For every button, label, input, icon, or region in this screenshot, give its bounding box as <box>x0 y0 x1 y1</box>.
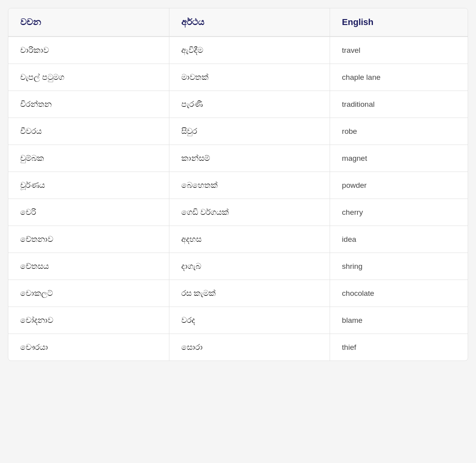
cell-sinhala-meaning: කාන්සම් <box>169 145 330 172</box>
table-row: චිරන්තනපැරණීtraditional <box>8 91 468 118</box>
cell-english: traditional <box>330 91 468 118</box>
cell-sinhala-meaning: රස කැමක් <box>169 280 330 307</box>
cell-sinhala-meaning: අදහස <box>169 226 330 253</box>
cell-sinhala-word: චේතසය <box>8 253 169 280</box>
cell-english: blame <box>330 307 468 334</box>
cell-sinhala-meaning: ඇවිදීම <box>169 37 330 64</box>
cell-sinhala-word: චීවරය <box>8 118 169 145</box>
table-row: චේතසයදාගැබshring <box>8 253 468 280</box>
cell-english: chaple lane <box>330 64 468 91</box>
vocabulary-table: වචන අර්ථය English චාරිකාවඇවිදීමtravelචැප… <box>8 8 468 361</box>
cell-english: cherry <box>330 199 468 226</box>
table-row: චැපල් පටුමගමාවතක්chaple lane <box>8 64 468 91</box>
table-row: චුම්බකකාන්සම්magnet <box>8 145 468 172</box>
table-header-row: වචන අර්ථය English <box>8 8 468 37</box>
header-col3: English <box>330 8 468 37</box>
cell-sinhala-meaning: මාවතක් <box>169 64 330 91</box>
cell-english: travel <box>330 37 468 64</box>
cell-sinhala-word: චිරන්තන <box>8 91 169 118</box>
cell-sinhala-meaning: ගෙඩි වර්ගයක් <box>169 199 330 226</box>
cell-sinhala-word: චෞරයා <box>8 334 169 361</box>
cell-sinhala-word: චැපල් පටුමග <box>8 64 169 91</box>
cell-sinhala-meaning: සොරා <box>169 334 330 361</box>
cell-sinhala-word: චුම්බක <box>8 145 169 172</box>
cell-english: robe <box>330 118 468 145</box>
header-col1: වචන <box>8 8 169 37</box>
cell-sinhala-meaning: පැරණී <box>169 91 330 118</box>
table-row: චූර්ණයබෙහෙතක්powder <box>8 172 468 199</box>
table-row: චීවරයසිවුරrobe <box>8 118 468 145</box>
table-row: චෝදනාවවරදblame <box>8 307 468 334</box>
cell-english: idea <box>330 226 468 253</box>
cell-english: thief <box>330 334 468 361</box>
cell-sinhala-word: චෝදනාව <box>8 307 169 334</box>
cell-english: shring <box>330 253 468 280</box>
table-row: චෞරයාසොරාthief <box>8 334 468 361</box>
cell-sinhala-word: චොකලට් <box>8 280 169 307</box>
cell-english: chocolate <box>330 280 468 307</box>
cell-sinhala-word: චූර්ණය <box>8 172 169 199</box>
table-row: චොකලට්රස කැමක්chocolate <box>8 280 468 307</box>
cell-sinhala-word: චේතනාව <box>8 226 169 253</box>
table-row: චාරිකාවඇවිදීමtravel <box>8 37 468 64</box>
cell-sinhala-meaning: සිවුර <box>169 118 330 145</box>
main-table-container: වචන අර්ථය English චාරිකාවඇවිදීමtravelචැප… <box>8 8 468 361</box>
table-row: චේතනාවඅදහසidea <box>8 226 468 253</box>
cell-sinhala-word: චාරිකාව <box>8 37 169 64</box>
cell-sinhala-meaning: බෙහෙතක් <box>169 172 330 199</box>
cell-english: magnet <box>330 145 468 172</box>
table-body: චාරිකාවඇවිදීමtravelචැපල් පටුමගමාවතක්chap… <box>8 37 468 361</box>
cell-sinhala-meaning: වරද <box>169 307 330 334</box>
header-col2: අර්ථය <box>169 8 330 37</box>
cell-sinhala-word: චෙරි <box>8 199 169 226</box>
cell-sinhala-meaning: දාගැබ <box>169 253 330 280</box>
cell-english: powder <box>330 172 468 199</box>
table-row: චෙරිගෙඩි වර්ගයක්cherry <box>8 199 468 226</box>
